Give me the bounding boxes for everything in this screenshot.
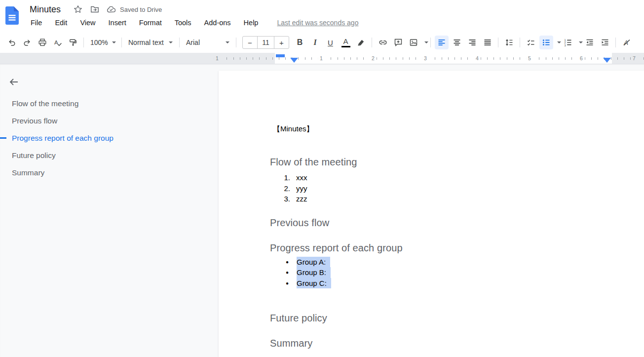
- ruler-number: 6: [578, 55, 585, 62]
- menu-addons[interactable]: Add-ons: [204, 19, 231, 27]
- font-size-value[interactable]: 11: [257, 37, 274, 48]
- add-comment-button[interactable]: [391, 36, 405, 49]
- menu-tools[interactable]: Tools: [175, 19, 191, 27]
- align-left-button[interactable]: [435, 36, 449, 49]
- outline-item-future[interactable]: Future policy: [0, 147, 213, 164]
- align-left-icon: [437, 38, 446, 47]
- menu-help[interactable]: Help: [244, 19, 259, 27]
- bulleted-list-menu-button[interactable]: [554, 36, 560, 49]
- undo-button[interactable]: [5, 36, 19, 49]
- last-edit-link[interactable]: Last edit was seconds ago: [277, 19, 358, 27]
- ruler-number: 3: [422, 55, 429, 62]
- italic-button[interactable]: I: [308, 36, 322, 49]
- list-item[interactable]: ● Group C:: [270, 278, 624, 289]
- star-icon[interactable]: [73, 4, 83, 14]
- document-outline: Flow of the meeting Previous flow Progre…: [0, 64, 219, 357]
- right-indent-marker[interactable]: [603, 58, 611, 63]
- workspace: Flow of the meeting Previous flow Progre…: [0, 64, 644, 357]
- line-spacing-icon: [505, 38, 514, 47]
- zoom-value: 100%: [90, 39, 108, 46]
- align-center-button[interactable]: [450, 36, 464, 49]
- redo-icon: [23, 38, 32, 47]
- heading-progress[interactable]: Progress report of each group: [270, 241, 624, 254]
- justify-button[interactable]: [481, 36, 494, 49]
- insert-link-button[interactable]: [376, 36, 390, 49]
- toolbar-divider: [520, 38, 520, 47]
- increase-indent-button[interactable]: [598, 36, 612, 49]
- close-outline-button[interactable]: [7, 75, 21, 89]
- increase-font-size-button[interactable]: +: [274, 37, 289, 48]
- spellcheck-icon: A: [53, 38, 62, 47]
- saved-status-label: Saved to Drive: [120, 6, 162, 13]
- highlight-color-button[interactable]: [354, 36, 368, 49]
- list-item[interactable]: ● Group A:: [270, 257, 624, 268]
- checklist-icon: [527, 38, 535, 47]
- increase-indent-icon: [601, 38, 609, 47]
- decrease-font-size-button[interactable]: −: [243, 37, 257, 48]
- doc-title-line[interactable]: 【Minutes】: [273, 123, 624, 134]
- list-item[interactable]: 1. xxx: [270, 172, 624, 183]
- selected-text: Group C:: [297, 278, 331, 289]
- zoom-select[interactable]: 100%: [87, 36, 118, 49]
- outline-item-previous[interactable]: Previous flow: [0, 112, 213, 129]
- align-right-button[interactable]: [465, 36, 479, 49]
- bullet-glyph: ●: [270, 257, 289, 268]
- numbered-list-menu-button[interactable]: [575, 36, 582, 49]
- ruler-number: 1: [318, 55, 325, 62]
- paragraph-style-select[interactable]: Normal text: [125, 36, 176, 49]
- first-line-indent-marker[interactable]: [276, 54, 285, 57]
- document-title[interactable]: Minutes: [30, 4, 61, 15]
- bullet-glyph: ●: [270, 267, 289, 278]
- menu-format[interactable]: Format: [139, 19, 162, 27]
- paragraph-style-value: Normal text: [128, 39, 164, 46]
- menu-edit[interactable]: Edit: [55, 19, 67, 27]
- heading-previous[interactable]: Previous flow: [270, 216, 624, 229]
- numbered-list-button[interactable]: 123: [561, 36, 575, 49]
- bulleted-list: ● Group A: ● Group B: ● Group C:: [270, 257, 624, 289]
- toolbar: A 100% Normal text Arial − 11 + B I U A: [0, 32, 644, 53]
- print-button[interactable]: [36, 36, 49, 49]
- outline-item-flow[interactable]: Flow of the meeting: [0, 95, 213, 112]
- cloud-check-icon: [107, 5, 116, 13]
- font-select[interactable]: Arial: [183, 36, 233, 49]
- outline-item-summary[interactable]: Summary: [0, 164, 213, 181]
- heading-future[interactable]: Future policy: [270, 312, 624, 324]
- menu-insert[interactable]: Insert: [109, 19, 126, 27]
- list-item[interactable]: ● Group B:: [270, 267, 624, 278]
- list-item[interactable]: 3. zzz: [270, 194, 624, 204]
- move-to-folder-icon[interactable]: [90, 4, 100, 14]
- heading-summary[interactable]: Summary: [270, 337, 624, 350]
- underline-button[interactable]: U: [324, 36, 338, 49]
- decrease-indent-icon: [585, 38, 594, 47]
- bulleted-list-icon: [542, 38, 551, 47]
- bold-button[interactable]: B: [293, 36, 307, 49]
- outline-item-progress[interactable]: Progress report of each group: [0, 129, 213, 147]
- clear-formatting-button[interactable]: A: [620, 36, 634, 49]
- decrease-indent-button[interactable]: [583, 36, 597, 49]
- insert-image-menu-button[interactable]: [421, 36, 427, 49]
- align-right-icon: [468, 38, 477, 47]
- left-indent-marker[interactable]: [290, 58, 298, 63]
- text-color-button[interactable]: A: [339, 36, 353, 49]
- document-canvas[interactable]: 【Minutes】 Flow of the meeting 1. xxx 2. …: [219, 71, 644, 350]
- heading-flow[interactable]: Flow of the meeting: [270, 156, 624, 168]
- numbered-list-icon: 123: [564, 38, 572, 47]
- spellcheck-button[interactable]: A: [51, 36, 65, 49]
- checklist-button[interactable]: [524, 36, 538, 49]
- chevron-down-icon: [169, 41, 173, 43]
- saved-status[interactable]: Saved to Drive: [107, 5, 162, 13]
- paint-format-button[interactable]: [66, 36, 80, 49]
- google-docs-logo-icon[interactable]: [5, 6, 19, 25]
- redo-button[interactable]: [20, 36, 34, 49]
- toolbar-divider: [121, 38, 122, 47]
- document-page[interactable]: 【Minutes】 Flow of the meeting 1. xxx 2. …: [219, 71, 644, 357]
- insert-image-button[interactable]: [407, 36, 420, 49]
- menu-file[interactable]: File: [31, 19, 42, 27]
- paint-format-icon: [69, 38, 77, 47]
- menu-view[interactable]: View: [80, 19, 95, 27]
- list-item[interactable]: 2. yyy: [270, 183, 624, 194]
- font-value: Arial: [186, 39, 200, 46]
- line-spacing-button[interactable]: [502, 36, 516, 49]
- bulleted-list-button[interactable]: [539, 36, 553, 49]
- ruler: 1 1 2 3 4 5 6 7: [0, 53, 644, 64]
